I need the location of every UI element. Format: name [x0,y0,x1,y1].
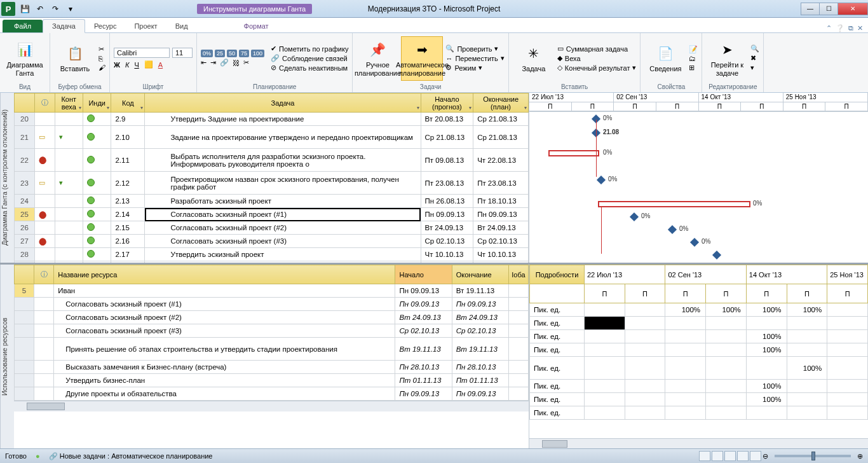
copy-icon[interactable]: ⎘ [98,55,105,62]
resource-grid[interactable]: ⓘ Название ресурса Начало Окончание Іоба… [14,265,529,401]
row-number[interactable]: 28 [15,248,35,261]
cell-add[interactable] [508,311,528,324]
cell-info[interactable] [34,311,54,324]
cell-finish[interactable]: Пт 18.10.13 [473,195,529,208]
cell-task[interactable]: Утвердить Задание на проектирование [145,113,421,126]
cell-start[interactable]: Вт 24.09.13 [395,311,452,324]
row-number[interactable] [15,338,34,361]
tab-project[interactable]: Проект [125,20,166,32]
cell-add[interactable] [508,361,528,374]
paste-button[interactable]: 📋Вставить [54,36,96,81]
cell-code[interactable]: 2.17 [111,248,145,261]
cell-task[interactable]: Согласовать эскизный проект (#1) [145,208,421,221]
pct-cell[interactable]: 100% [746,303,787,317]
cell-start[interactable]: Пн 21.10.13 [421,261,473,263]
row-number[interactable]: 29 [15,261,35,263]
maximize-button[interactable]: ☐ [819,3,838,15]
bottom-view-bar[interactable]: Использование ресурсов [0,265,14,449]
mark-on-track-button[interactable]: Пометить по графику [279,45,348,53]
row-number[interactable] [15,311,34,324]
cell-start[interactable]: Чт 10.10.13 [421,248,473,261]
cell-start[interactable]: Пт 01.11.13 [395,374,452,387]
cell-start[interactable]: Вт 24.09.13 [421,221,473,235]
pct-cell[interactable] [827,317,868,330]
cell-assignment-name[interactable]: Принять решение об этапах строительства … [54,338,395,361]
pct-cell[interactable] [585,317,625,330]
pct-cell[interactable] [787,406,827,420]
cell-milestone[interactable] [55,113,83,126]
cell-indicator[interactable] [83,172,111,195]
auto-schedule-button[interactable]: ➡Автоматическое планирование [401,36,443,81]
cell-finish[interactable]: Чт 22.08.13 [473,149,529,172]
cell-code[interactable]: 2.18 [111,261,145,263]
col-details[interactable]: Подробности [530,265,585,284]
cell-task[interactable]: Согласовать эскизный проект (#3) [145,235,421,248]
cell-code[interactable]: 2.15 [111,221,145,235]
row-number[interactable] [15,387,34,401]
cell-start[interactable]: Пн 28.10.13 [395,361,452,374]
view-sheet-button[interactable] [737,451,749,461]
col-start[interactable]: Начало (прогноз)▾ [421,93,473,113]
cell-details[interactable]: Пик. ед. [530,343,585,357]
cell-finish[interactable]: Ср 21.08.13 [473,126,529,149]
pct-cell[interactable] [625,303,665,317]
find-icon[interactable]: 🔍 [750,45,759,53]
fill-icon[interactable]: ▾ [750,64,759,72]
row-number[interactable]: 5 [15,284,34,298]
cell-assignment-name[interactable]: Другие проекты и обязательства [54,387,395,401]
view-usage-button[interactable] [712,451,723,461]
cell-start[interactable]: Вт 19.11.13 [395,338,452,361]
respect-links-button[interactable]: Соблюдение связей [282,55,348,62]
view-form-button[interactable] [750,451,761,461]
cell-info[interactable] [34,284,54,298]
cell-info[interactable] [34,361,54,374]
close-button[interactable]: ✕ [837,3,868,15]
cell-indicator[interactable] [83,261,111,263]
cell-start[interactable]: Ср 02.10.13 [395,324,452,338]
pct-cell[interactable] [665,380,706,393]
redo-icon[interactable]: ↷ [48,2,62,16]
row-number[interactable]: 25 [15,208,35,221]
cell-code[interactable]: 2.10 [111,126,145,149]
cell-milestone[interactable] [55,195,83,208]
milestone-button[interactable]: Веха [565,55,581,62]
cell-finish[interactable]: Вт 19.11.13 [452,338,508,361]
cell-finish[interactable]: Ср 02.10.13 [473,235,529,248]
cell-info[interactable] [34,248,55,261]
pct-cell[interactable]: 100% [746,343,787,357]
pct-cell[interactable] [787,343,827,357]
row-number[interactable] [15,298,34,311]
cell-details[interactable]: Пик. ед. [530,330,585,343]
pct-cell[interactable] [787,317,827,330]
top-view-bar[interactable]: Диаграмма Ганта (с контролем отклонений) [0,93,14,263]
row-number[interactable]: 27 [15,235,35,248]
resource-grid-hscroll[interactable] [14,401,529,411]
cell-indicator[interactable] [83,195,111,208]
pct-cell[interactable] [665,330,706,343]
cell-start[interactable]: Пн 09.09.13 [395,387,452,401]
cell-milestone[interactable] [55,248,83,261]
inspect-button[interactable]: Проверить [457,45,492,53]
cell-add[interactable] [508,324,528,338]
cell-code[interactable]: 2.12 [111,172,145,195]
pct-cell[interactable]: 100% [746,393,787,406]
pct-cell[interactable] [585,303,625,317]
cell-info[interactable]: ⬤ [34,208,55,221]
cell-task[interactable]: Проектировщиком назван срок эскизного пр… [145,172,421,195]
font-color-button[interactable]: А [158,61,163,69]
tab-task[interactable]: Задача [43,19,85,33]
link-icon[interactable]: 🔗 [220,59,229,67]
cell-add[interactable] [508,284,528,298]
pct-cell[interactable] [585,357,625,380]
col-res-finish[interactable]: Окончание [452,265,508,284]
notes-icon[interactable]: 📝 [689,45,698,53]
cell-milestone[interactable] [55,221,83,235]
tab-resource[interactable]: Ресурс [85,20,125,32]
cell-start[interactable]: Пн 09.09.13 [395,284,452,298]
cell-task[interactable]: Выбрать исполнителя для разработки эскиз… [145,149,421,172]
cell-details[interactable]: Пик. ед. [530,406,585,420]
row-number[interactable] [15,324,34,338]
cell-code[interactable]: 2.13 [111,195,145,208]
gantt-chart[interactable]: 22 Июл '1302 Сен '1314 Окт '1325 Ноя '13… [529,93,868,263]
cell-code[interactable]: 2.11 [111,149,145,172]
